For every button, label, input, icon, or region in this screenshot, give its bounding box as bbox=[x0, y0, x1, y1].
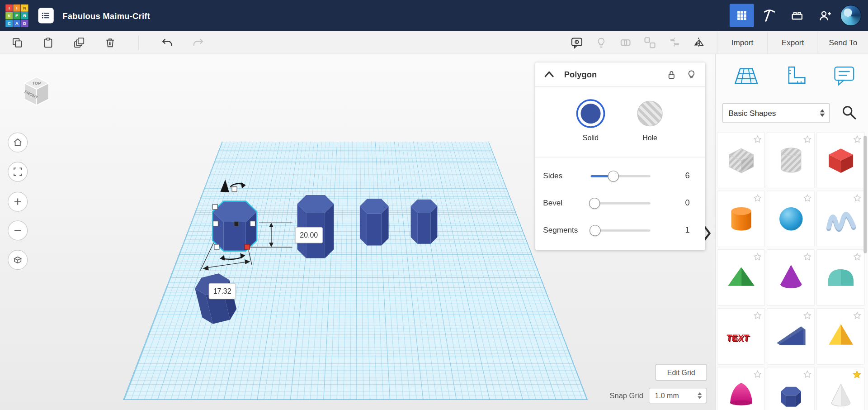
import-button[interactable]: Import bbox=[717, 31, 767, 54]
favorite-star-icon[interactable] bbox=[853, 311, 861, 319]
slider-knob[interactable] bbox=[589, 198, 600, 209]
polygon-shape[interactable] bbox=[360, 199, 389, 246]
midpoint-handle[interactable] bbox=[234, 222, 239, 226]
shape-tile-box[interactable] bbox=[816, 132, 865, 188]
height-handle[interactable] bbox=[232, 187, 237, 192]
edit-toolbar: Import Export Send To bbox=[0, 31, 868, 54]
perspective-toggle-button[interactable] bbox=[8, 250, 28, 270]
mirror-icon bbox=[692, 36, 705, 49]
segments-slider[interactable] bbox=[591, 229, 651, 232]
shape-tile-cylinder[interactable] bbox=[717, 191, 765, 247]
shape-tile-hole-cylinder[interactable] bbox=[767, 132, 815, 188]
shape-tile-cone[interactable] bbox=[767, 249, 815, 306]
favorite-star-icon[interactable] bbox=[803, 135, 811, 143]
shape-tile-text[interactable]: TEXT TEXT bbox=[717, 308, 765, 365]
shape-tile-round-roof[interactable] bbox=[816, 249, 865, 306]
favorite-star-icon[interactable] bbox=[803, 253, 811, 261]
favorite-star-icon[interactable] bbox=[754, 194, 762, 202]
favorite-star-icon[interactable] bbox=[803, 194, 811, 202]
slider-knob[interactable] bbox=[608, 171, 618, 181]
shape-tile-paraboloid[interactable] bbox=[717, 367, 765, 410]
delete-button[interactable] bbox=[102, 34, 118, 51]
brick-export-button[interactable] bbox=[785, 4, 809, 27]
home-view-button[interactable] bbox=[8, 133, 28, 153]
align-button[interactable] bbox=[666, 34, 683, 51]
inspector-header: Polygon bbox=[535, 62, 705, 87]
visibility-bulb-icon[interactable] bbox=[686, 69, 697, 81]
favorite-star-icon[interactable] bbox=[853, 135, 861, 143]
bevel-value[interactable]: 0 bbox=[673, 198, 690, 207]
copy-button[interactable] bbox=[9, 34, 26, 51]
bevel-slider[interactable] bbox=[591, 202, 651, 205]
shape-tile-wedge[interactable] bbox=[767, 308, 815, 365]
dimension-value-box[interactable]: 17.32 bbox=[209, 283, 236, 300]
favorite-star-icon[interactable] bbox=[853, 194, 861, 202]
rotate-handle-front[interactable] bbox=[220, 253, 245, 261]
favorite-star-icon[interactable] bbox=[754, 253, 762, 261]
notes-tool-icon[interactable] bbox=[833, 65, 855, 86]
zoom-out-button[interactable] bbox=[8, 220, 28, 240]
slider-knob[interactable] bbox=[590, 225, 600, 236]
design-title[interactable]: Fabulous Maimu-Crift bbox=[62, 11, 150, 20]
share-button[interactable] bbox=[813, 4, 837, 27]
ruler-tool-icon[interactable] bbox=[785, 65, 807, 87]
plus-icon bbox=[12, 196, 23, 207]
favorite-star-icon-active[interactable] bbox=[853, 370, 862, 379]
paste-button[interactable] bbox=[40, 34, 57, 51]
polygon-shape[interactable] bbox=[297, 195, 334, 258]
shape-tile-sphere[interactable] bbox=[767, 191, 815, 247]
blocks-view-button[interactable] bbox=[730, 4, 754, 27]
shape-tile-pointed-cone[interactable] bbox=[816, 367, 865, 410]
favorite-star-icon[interactable] bbox=[754, 311, 762, 319]
favorite-star-icon[interactable] bbox=[853, 253, 861, 261]
shape-category-select[interactable]: Basic Shapes bbox=[722, 103, 830, 123]
tinkercad-logo[interactable]: T I N K E R C A D bbox=[5, 4, 28, 27]
favorite-star-icon[interactable] bbox=[754, 370, 762, 378]
active-corner-handle[interactable] bbox=[245, 244, 250, 249]
favorite-star-icon[interactable] bbox=[754, 135, 762, 143]
redo-button[interactable] bbox=[190, 34, 207, 51]
show-all-button[interactable] bbox=[569, 34, 585, 51]
hole-option[interactable] bbox=[637, 101, 662, 126]
favorite-star-icon[interactable] bbox=[803, 311, 811, 319]
shape-tile-roof[interactable] bbox=[717, 249, 765, 306]
shape-tile-hole-box[interactable] bbox=[717, 132, 765, 188]
solid-option[interactable] bbox=[576, 99, 605, 128]
polygon-shape[interactable] bbox=[411, 200, 438, 244]
roof-icon bbox=[723, 260, 759, 295]
light-toggle-button[interactable] bbox=[593, 34, 609, 51]
dim-arrow-right bbox=[245, 259, 250, 264]
search-icon[interactable] bbox=[841, 104, 858, 121]
collapse-chevron-icon[interactable] bbox=[544, 71, 554, 78]
export-button[interactable]: Export bbox=[767, 31, 817, 54]
workplane-tool-icon[interactable] bbox=[733, 65, 759, 87]
panel-scrollbar[interactable] bbox=[863, 136, 867, 253]
design-menu-button[interactable] bbox=[38, 8, 53, 23]
zoom-in-button[interactable] bbox=[8, 192, 28, 212]
avatar[interactable] bbox=[840, 5, 862, 26]
favorite-star-icon[interactable] bbox=[803, 370, 811, 378]
ungroup-button[interactable] bbox=[642, 34, 658, 51]
undo-button[interactable] bbox=[159, 34, 175, 51]
sides-slider[interactable] bbox=[591, 175, 651, 177]
hole-label: Hole bbox=[628, 133, 672, 142]
mirror-button[interactable] bbox=[690, 34, 707, 51]
sides-value[interactable]: 6 bbox=[673, 171, 690, 180]
hole-cylinder-icon bbox=[773, 143, 808, 178]
duplicate-button[interactable] bbox=[71, 34, 88, 51]
shape-tile-pyramid[interactable] bbox=[816, 308, 865, 365]
snap-grid-select[interactable]: 1.0 mm bbox=[649, 388, 707, 403]
edit-grid-button[interactable]: Edit Grid bbox=[656, 364, 707, 381]
view-cube[interactable]: TOP FRONT bbox=[19, 73, 54, 110]
minecraft-export-button[interactable] bbox=[757, 4, 782, 27]
caret-updown-icon bbox=[698, 392, 702, 399]
shape-tile-scribble[interactable] bbox=[816, 191, 865, 247]
send-to-button[interactable]: Send To bbox=[818, 31, 868, 54]
dimension-value-box[interactable]: 20.00 bbox=[295, 227, 323, 243]
segments-value[interactable]: 1 bbox=[673, 225, 690, 234]
group-button[interactable] bbox=[617, 34, 634, 51]
logo-letter: D bbox=[21, 19, 28, 27]
shape-tile-polygon[interactable] bbox=[767, 367, 815, 410]
lock-icon[interactable] bbox=[666, 69, 677, 81]
fit-view-button[interactable] bbox=[8, 162, 28, 182]
